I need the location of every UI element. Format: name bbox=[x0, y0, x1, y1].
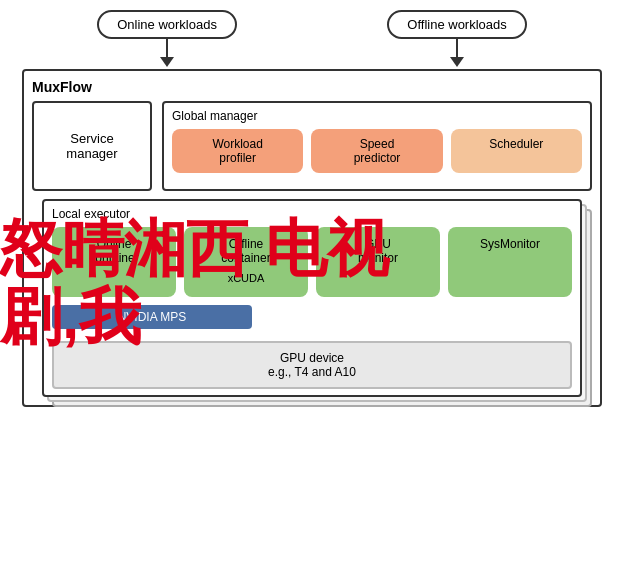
muxflow-title: MuxFlow bbox=[32, 79, 592, 95]
arrow-head-1 bbox=[160, 57, 174, 67]
global-manager-box: Global manager Workload profiler Speed p… bbox=[162, 101, 592, 191]
speed-predictor-label: Speed predictor bbox=[354, 137, 401, 165]
gpu-monitor-label: GPU monitor bbox=[358, 237, 398, 265]
gpu-device-line1: GPU device bbox=[62, 351, 562, 365]
gpu-device-box: GPU device e.g., T4 and A10 bbox=[52, 341, 572, 389]
offline-container-box: Offline container xCUDA bbox=[184, 227, 308, 297]
scheduler-box: Scheduler bbox=[451, 129, 582, 173]
executor-items-row: Online container Offline container xCUDA… bbox=[52, 227, 572, 297]
arrow-head-2 bbox=[450, 57, 464, 67]
main-container: Online workloads Offline workloads MuxFl… bbox=[0, 0, 624, 582]
local-executor-title: Local executor bbox=[52, 207, 572, 221]
online-workloads-label: Online workloads bbox=[97, 10, 237, 39]
arrow-line-1 bbox=[166, 39, 168, 57]
global-manager-items: Workload profiler Speed predictor Schedu… bbox=[172, 129, 582, 173]
stack-container: Local executor Online container Offline … bbox=[42, 199, 582, 397]
workload-profiler-box: Workload profiler bbox=[172, 129, 303, 173]
scheduler-label: Scheduler bbox=[489, 137, 543, 151]
sys-monitor-box: SysMonitor bbox=[448, 227, 572, 297]
service-manager-box: Service manager bbox=[32, 101, 152, 191]
xcuda-box: xCUDA bbox=[222, 269, 271, 287]
top-arrows-row: Online workloads Offline workloads bbox=[22, 10, 602, 67]
speed-predictor-box: Speed predictor bbox=[311, 129, 442, 173]
online-container-label: Online container bbox=[89, 237, 138, 265]
local-executor-box: Local executor Online container Offline … bbox=[42, 199, 582, 397]
service-manager-label: Service manager bbox=[66, 131, 117, 161]
muxflow-box: MuxFlow Service manager Global manager W… bbox=[22, 69, 602, 407]
workload-profiler-label: Workload profiler bbox=[212, 137, 262, 165]
nvidia-mps-label: NVIDIA MPS bbox=[118, 310, 187, 324]
xcuda-label: xCUDA bbox=[228, 272, 265, 284]
offline-workloads-arrow: Offline workloads bbox=[387, 10, 526, 67]
offline-container-label: Offline container bbox=[221, 237, 270, 265]
gpu-device-line2: e.g., T4 and A10 bbox=[62, 365, 562, 379]
offline-workloads-label: Offline workloads bbox=[387, 10, 526, 39]
arrow-line-2 bbox=[456, 39, 458, 57]
gpu-monitor-box: GPU monitor bbox=[316, 227, 440, 297]
global-manager-title: Global manager bbox=[172, 109, 582, 123]
online-workloads-arrow: Online workloads bbox=[97, 10, 237, 67]
sys-monitor-label: SysMonitor bbox=[480, 237, 540, 251]
nvidia-mps-row: NVIDIA MPS bbox=[52, 305, 572, 335]
nvidia-mps-bar: NVIDIA MPS bbox=[52, 305, 252, 329]
top-row: Service manager Global manager Workload … bbox=[32, 101, 592, 191]
online-container-box: Online container bbox=[52, 227, 176, 297]
